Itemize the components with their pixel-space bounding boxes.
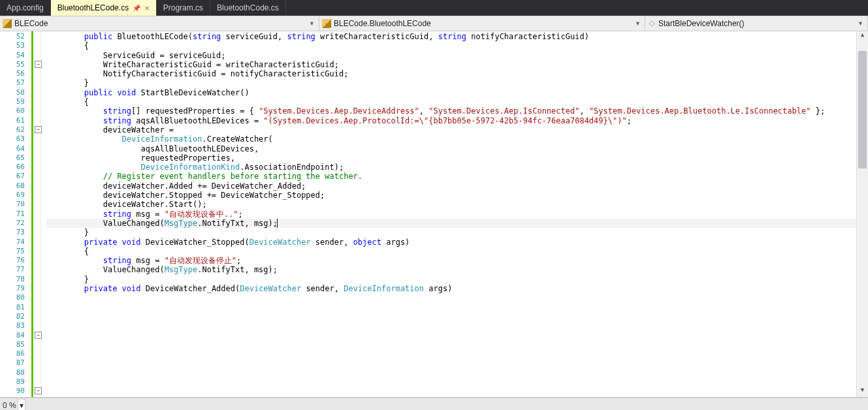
outline-collapse-box[interactable]: − [35, 332, 42, 339]
pin-icon[interactable]: 📌 [133, 5, 140, 12]
scroll-down-icon[interactable]: ▼ [857, 386, 868, 397]
chevron-down-icon: ▼ [635, 20, 641, 27]
scope-dropdown[interactable]: BLECode ▼ [0, 16, 319, 31]
code-surface[interactable]: public BluetoothLECode(string serviceGui… [41, 31, 856, 397]
tab-bluetoothcode[interactable]: BluetoothCode.cs [210, 0, 286, 16]
tab-program[interactable]: Program.cs [157, 0, 210, 16]
zoom-dropdown[interactable]: ▾ [18, 399, 25, 410]
change-bar [31, 31, 33, 397]
vertical-scrollbar[interactable]: ▲ ▼ [856, 31, 868, 397]
chevron-down-icon: ▼ [858, 20, 863, 27]
project-icon [3, 19, 12, 28]
class-dropdown[interactable]: BLECode.BluetoothLECode ▼ [319, 16, 645, 31]
chevron-down-icon: ▼ [309, 20, 315, 27]
outline-collapse-box[interactable]: − [35, 126, 42, 133]
outline-collapse-box[interactable]: − [35, 61, 42, 68]
code-editor[interactable]: 5253545556575859606162636465666768697071… [0, 31, 868, 398]
outlining-margin[interactable]: −−−− [35, 31, 40, 397]
class-icon [322, 19, 331, 28]
zoom-level: 0 % [3, 401, 16, 410]
tab-bluetoothlecode[interactable]: BluetoothLECode.cs 📌 × [51, 0, 157, 16]
document-tab-well: App.config BluetoothLECode.cs 📌 × Progra… [0, 0, 868, 16]
outline-collapse-box[interactable]: − [35, 387, 42, 394]
tab-app-config[interactable]: App.config [0, 0, 51, 16]
editor-margin: −−−− [27, 31, 41, 397]
editor-status-bar: 0 % ▾ [0, 398, 868, 410]
member-dropdown[interactable]: StartBleDeviceWatcher() ▼ [645, 16, 868, 31]
scroll-thumb[interactable] [858, 51, 867, 168]
navigation-bar: BLECode ▼ BLECode.BluetoothLECode ▼ Star… [0, 16, 868, 31]
close-icon[interactable]: × [144, 3, 150, 13]
scroll-up-icon[interactable]: ▲ [857, 31, 868, 42]
method-icon [649, 20, 654, 26]
line-number-gutter: 5253545556575859606162636465666768697071… [0, 31, 27, 397]
